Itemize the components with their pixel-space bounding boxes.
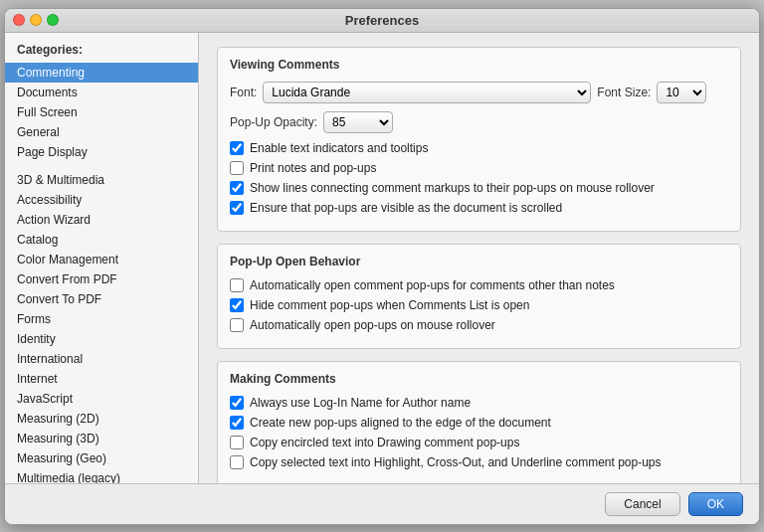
checkbox-label-auto-open-rollover: Automatically open pop-ups on mouse roll… — [250, 318, 495, 332]
checkbox-row-create-new-popups: Create new pop-ups aligned to the edge o… — [230, 416, 728, 430]
main-content: Categories: CommentingDocumentsFull Scre… — [5, 33, 759, 483]
sidebar-divider — [5, 162, 198, 170]
checkbox-auto-open-rollover[interactable] — [230, 318, 244, 332]
making-comments-title: Making Comments — [230, 372, 728, 386]
ok-button[interactable]: OK — [688, 492, 743, 516]
popup-behavior-section: Pop-Up Open Behavior Automatically open … — [217, 244, 741, 349]
checkbox-row-auto-open-rollover: Automatically open pop-ups on mouse roll… — [230, 318, 728, 332]
sidebar-items-container: CommentingDocumentsFull ScreenGeneralPag… — [5, 63, 198, 483]
checkbox-label-show-lines: Show lines connecting comment markups to… — [250, 181, 655, 195]
checkbox-row-ensure-popups: Ensure that pop-ups are visible as the d… — [230, 201, 728, 215]
sidebar-item-accessibility[interactable]: Accessibility — [5, 190, 198, 210]
font-select[interactable]: Lucida Grande Arial Helvetica — [263, 82, 591, 103]
close-button[interactable] — [13, 14, 25, 26]
sidebar-item-general[interactable]: General — [5, 122, 198, 142]
checkbox-copy-selected[interactable] — [230, 455, 244, 469]
viewing-comments-title: Viewing Comments — [230, 58, 728, 72]
checkbox-label-ensure-popups: Ensure that pop-ups are visible as the d… — [250, 201, 562, 215]
sidebar-item-full-screen[interactable]: Full Screen — [5, 102, 198, 122]
sidebar-item-identity[interactable]: Identity — [5, 329, 198, 349]
making-comments-section: Making Comments Always use Log-In Name f… — [217, 361, 741, 483]
sidebar-item-javascript[interactable]: JavaScript — [5, 389, 198, 409]
sidebar-item-forms[interactable]: Forms — [5, 309, 198, 329]
sidebar-item-color-management[interactable]: Color Management — [5, 250, 198, 269]
checkbox-label-enable-text-indicators: Enable text indicators and tooltips — [250, 141, 428, 155]
sidebar-item-measuring-3d[interactable]: Measuring (3D) — [5, 429, 198, 448]
footer: Cancel OK — [5, 483, 759, 524]
checkbox-row-auto-open-other: Automatically open comment pop-ups for c… — [230, 278, 728, 292]
popup-checkboxes: Automatically open comment pop-ups for c… — [230, 278, 728, 332]
checkbox-show-lines[interactable] — [230, 181, 244, 195]
checkbox-ensure-popups[interactable] — [230, 201, 244, 215]
sidebar-item-convert-from-pdf[interactable]: Convert From PDF — [5, 269, 198, 289]
making-checkboxes: Always use Log-In Name for Author nameCr… — [230, 396, 728, 469]
checkbox-label-copy-encircled: Copy encircled text into Drawing comment… — [250, 436, 519, 449]
sidebar: Categories: CommentingDocumentsFull Scre… — [5, 33, 199, 483]
checkbox-enable-text-indicators[interactable] — [230, 141, 244, 155]
window-title: Preferences — [345, 13, 419, 28]
checkbox-print-notes[interactable] — [230, 161, 244, 175]
minimize-button[interactable] — [30, 14, 42, 26]
sidebar-item-convert-to-pdf[interactable]: Convert To PDF — [5, 289, 198, 309]
checkbox-row-hide-comment-popups: Hide comment pop-ups when Comments List … — [230, 298, 728, 312]
sidebar-item-international[interactable]: International — [5, 349, 198, 369]
sidebar-item-catalog[interactable]: Catalog — [5, 230, 198, 250]
checkbox-label-auto-open-other: Automatically open comment pop-ups for c… — [250, 278, 615, 292]
sidebar-item-measuring-2d[interactable]: Measuring (2D) — [5, 409, 198, 429]
popup-opacity-select[interactable]: 85 100 75 50 — [323, 111, 393, 133]
sidebar-item-measuring-geo[interactable]: Measuring (Geo) — [5, 448, 198, 468]
sidebar-item-internet[interactable]: Internet — [5, 369, 198, 389]
titlebar: Preferences — [5, 9, 759, 33]
checkbox-row-copy-encircled: Copy encircled text into Drawing comment… — [230, 436, 728, 449]
sidebar-item-3d-multimedia[interactable]: 3D & Multimedia — [5, 170, 198, 190]
main-panel: Viewing Comments Font: Lucida Grande Ari… — [199, 33, 759, 483]
preferences-window: Preferences Categories: CommentingDocume… — [4, 8, 760, 525]
window-controls — [13, 14, 59, 26]
font-size-label: Font Size: — [597, 86, 651, 99]
checkbox-row-always-use-login: Always use Log-In Name for Author name — [230, 396, 728, 410]
checkbox-hide-comment-popups[interactable] — [230, 298, 244, 312]
sidebar-item-commenting[interactable]: Commenting — [5, 63, 198, 83]
font-size-select[interactable]: 8 9 10 12 14 — [657, 82, 706, 103]
checkbox-label-copy-selected: Copy selected text into Highlight, Cross… — [250, 455, 662, 469]
checkbox-row-print-notes: Print notes and pop-ups — [230, 161, 728, 175]
checkbox-label-create-new-popups: Create new pop-ups aligned to the edge o… — [250, 416, 551, 430]
sidebar-item-documents[interactable]: Documents — [5, 83, 198, 102]
sidebar-header: Categories: — [5, 41, 198, 63]
checkbox-label-hide-comment-popups: Hide comment pop-ups when Comments List … — [250, 298, 529, 312]
font-row: Font: Lucida Grande Arial Helvetica Font… — [230, 82, 728, 103]
sidebar-item-multimedia-legacy[interactable]: Multimedia (legacy) — [5, 468, 198, 483]
popup-behavior-title: Pop-Up Open Behavior — [230, 255, 728, 268]
checkbox-row-show-lines: Show lines connecting comment markups to… — [230, 181, 728, 195]
popup-opacity-row: Pop-Up Opacity: 85 100 75 50 — [230, 111, 728, 133]
checkbox-row-copy-selected: Copy selected text into Highlight, Cross… — [230, 455, 728, 469]
sidebar-item-page-display[interactable]: Page Display — [5, 142, 198, 162]
sidebar-item-action-wizard[interactable]: Action Wizard — [5, 210, 198, 230]
checkbox-copy-encircled[interactable] — [230, 436, 244, 449]
maximize-button[interactable] — [47, 14, 59, 26]
font-label: Font: — [230, 86, 257, 99]
cancel-button[interactable]: Cancel — [605, 492, 679, 516]
checkbox-label-print-notes: Print notes and pop-ups — [250, 161, 376, 175]
checkbox-create-new-popups[interactable] — [230, 416, 244, 430]
checkbox-always-use-login[interactable] — [230, 396, 244, 410]
popup-opacity-label: Pop-Up Opacity: — [230, 115, 317, 129]
checkbox-auto-open-other[interactable] — [230, 278, 244, 292]
checkbox-label-always-use-login: Always use Log-In Name for Author name — [250, 396, 471, 410]
viewing-checkboxes: Enable text indicators and tooltipsPrint… — [230, 141, 728, 215]
viewing-comments-section: Viewing Comments Font: Lucida Grande Ari… — [217, 47, 741, 232]
checkbox-row-enable-text-indicators: Enable text indicators and tooltips — [230, 141, 728, 155]
